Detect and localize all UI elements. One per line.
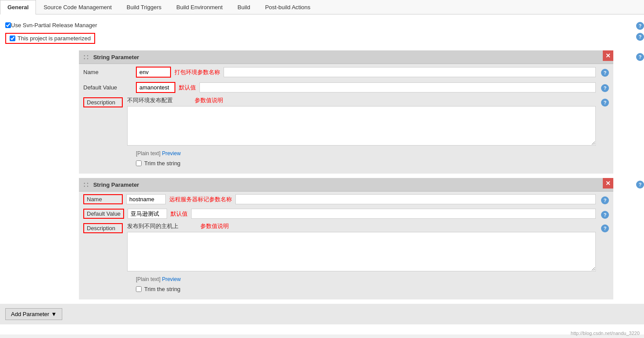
param-1-name-annotation: 打包环境参数名称 xyxy=(174,68,220,76)
param-1-block-help[interactable]: ? xyxy=(636,53,644,61)
add-param-bar: Add Parameter ▼ xyxy=(0,304,644,324)
param-1-preview-link[interactable]: Preview xyxy=(162,150,181,157)
param-2-dots: :: xyxy=(83,181,90,189)
param-block-1: :: String Parameter ✕ Name env 打包环境参数名称 … xyxy=(0,50,644,174)
parameterized-checkbox[interactable] xyxy=(10,36,15,41)
param-2-title: String Parameter xyxy=(93,181,139,188)
watermark: http://blog.csdn.net/nandu_3220 xyxy=(571,331,640,334)
param-1-desc-help[interactable]: ? xyxy=(601,99,609,107)
param-1-links: [Plain text] Preview xyxy=(79,149,613,158)
param-block-2-inner: :: String Parameter ✕ Name hostname 远程服务… xyxy=(79,178,613,299)
param-1-desc-row: Description 不同环境发布配置 参数值说明 ? xyxy=(79,95,613,149)
param-2-name-annotation: 远程服务器标记参数名称 xyxy=(169,196,232,203)
param-1-desc-label: Description xyxy=(83,97,123,107)
param-2-block-help[interactable]: ? xyxy=(636,181,644,189)
param-2-default-extra-input[interactable] xyxy=(191,209,596,219)
param-1-trim-label: Trim the string xyxy=(144,160,181,167)
tab-build-triggers[interactable]: Build Triggers xyxy=(119,0,169,14)
param-1-default-extra-input[interactable] xyxy=(199,82,596,93)
param-1-name-input[interactable]: env xyxy=(136,67,171,78)
param-1-default-row: Default Value amanontest 默认值 ? xyxy=(79,80,613,95)
svn-partial-checkbox[interactable] xyxy=(5,22,11,28)
param-2-plain-text: [Plain text] xyxy=(136,276,160,282)
param-2-desc-label: Description xyxy=(83,223,123,233)
param-2-default-input[interactable]: 亚马逊测试 xyxy=(128,209,167,219)
tab-general[interactable]: General xyxy=(0,0,36,14)
param-1-desc-annotation: 参数值说明 xyxy=(195,96,223,104)
add-param-arrow: ▼ xyxy=(51,311,57,317)
tab-build-env[interactable]: Build Environment xyxy=(169,0,230,14)
param-1-desc-textarea[interactable] xyxy=(127,106,596,146)
tab-post-build[interactable]: Post-build Actions xyxy=(258,0,318,14)
parameterized-row: This project is parameterized ? xyxy=(0,31,644,46)
param-2-desc-row: Description 发布到不同的主机上 参数值说明 ? xyxy=(79,221,613,274)
svn-partial-help-icon[interactable]: ? xyxy=(636,22,644,30)
param-2-desc-value: 发布到不同的主机上 xyxy=(127,222,178,230)
param-2-name-help[interactable]: ? xyxy=(601,196,609,204)
param-2-desc-textarea[interactable] xyxy=(127,232,596,271)
param-2-trim-row: Trim the string xyxy=(79,284,613,294)
param-2-desc-help[interactable]: ? xyxy=(601,224,609,232)
main-content: Use Svn-Partial Release Manager ? This p… xyxy=(0,14,644,334)
param-2-default-help[interactable]: ? xyxy=(601,211,609,219)
param-block-1-inner: :: String Parameter ✕ Name env 打包环境参数名称 … xyxy=(79,50,613,174)
param-2-header: :: String Parameter ✕ xyxy=(79,178,613,192)
param-2-desc-annotation: 参数值说明 xyxy=(200,222,229,230)
param-1-dots: :: xyxy=(83,53,90,61)
param-1-name-label: Name xyxy=(83,69,136,75)
param-2-name-label: Name xyxy=(83,194,123,204)
param-2-links: [Plain text] Preview xyxy=(79,274,613,284)
param-1-default-help[interactable]: ? xyxy=(601,84,609,92)
svn-partial-row: Use Svn-Partial Release Manager ? xyxy=(0,20,644,31)
param-1-title: String Parameter xyxy=(93,54,139,60)
add-param-label: Add Parameter xyxy=(11,311,49,317)
param-2-name-input[interactable]: hostname xyxy=(126,194,166,204)
tab-build[interactable]: Build xyxy=(230,0,258,14)
param-2-name-row: Name hostname 远程服务器标记参数名称 ? xyxy=(79,192,613,207)
param-2-name-extra-input[interactable] xyxy=(235,194,596,204)
param-1-plain-text: [Plain text] xyxy=(136,150,160,157)
tabs-bar: General Source Code Management Build Tri… xyxy=(0,0,644,14)
parameterized-help-icon[interactable]: ? xyxy=(636,33,644,41)
param-1-default-label: Default Value xyxy=(83,84,136,91)
add-param-button[interactable]: Add Parameter ▼ xyxy=(5,308,62,320)
param-2-delete-button[interactable]: ✕ xyxy=(603,178,613,189)
param-2-default-annotation: 默认值 xyxy=(171,210,188,218)
param-2-trim-label: Trim the string xyxy=(144,286,181,292)
param-2-default-row: Default Value 亚马逊测试 默认值 ? xyxy=(79,207,613,221)
param-1-default-annotation: 默认值 xyxy=(179,84,196,92)
svn-partial-label[interactable]: Use Svn-Partial Release Manager xyxy=(5,22,626,28)
param-2-trim-checkbox[interactable] xyxy=(136,286,142,292)
param-1-trim-checkbox[interactable] xyxy=(136,160,142,166)
param-2-preview-link[interactable]: Preview xyxy=(162,276,181,282)
param-1-trim-row: Trim the string xyxy=(79,158,613,168)
parameterized-label-bordered[interactable]: This project is parameterized xyxy=(5,33,95,44)
param-1-name-help[interactable]: ? xyxy=(601,69,609,77)
param-1-name-extra-input[interactable] xyxy=(224,67,596,77)
param-1-default-input[interactable]: amanontest xyxy=(136,82,175,93)
tab-scm[interactable]: Source Code Management xyxy=(36,0,119,14)
param-block-2: :: String Parameter ✕ Name hostname 远程服务… xyxy=(0,178,644,299)
param-1-name-row: Name env 打包环境参数名称 ? xyxy=(79,64,613,80)
param-1-delete-button[interactable]: ✕ xyxy=(603,50,613,61)
param-1-desc-value: 不同环境发布配置 xyxy=(127,96,173,104)
param-1-header: :: String Parameter ✕ xyxy=(79,50,613,64)
param-2-default-label: Default Value xyxy=(83,209,124,219)
